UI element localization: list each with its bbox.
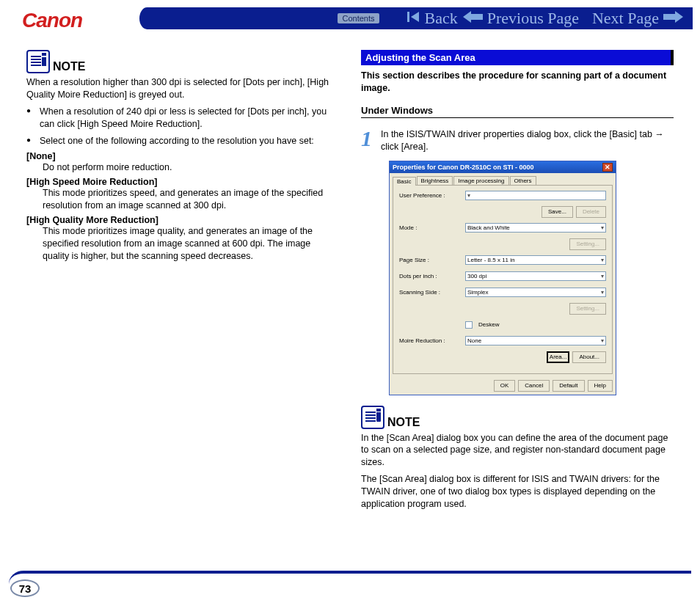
svg-marker-1: [411, 12, 419, 22]
page-number: 73: [10, 579, 40, 597]
combo-mode[interactable]: Black and White: [465, 223, 606, 233]
save-button[interactable]: Save...: [542, 206, 573, 218]
note-text: In the [Scan Area] dialog box you can de…: [361, 432, 674, 469]
back-start-icon[interactable]: [406, 9, 420, 28]
tab-basic[interactable]: Basic: [393, 177, 416, 186]
step-number: 1: [361, 128, 372, 148]
ok-button[interactable]: OK: [494, 380, 516, 392]
label-user-preference: User Preference :: [399, 192, 465, 199]
combo-dpi[interactable]: 300 dpi: [465, 271, 606, 281]
page-footer-rule: [9, 571, 691, 596]
svg-marker-2: [463, 11, 483, 23]
help-button[interactable]: Help: [588, 380, 613, 392]
step-text: In the ISIS/TWAIN driver properties dial…: [381, 128, 674, 153]
contents-button[interactable]: Contents: [338, 13, 379, 23]
previous-page-link[interactable]: Previous Page: [487, 9, 579, 28]
nav-bar: Contents Back Previous Page Next Page: [139, 7, 693, 29]
option-term: [High Quality More Reduction]: [26, 215, 339, 225]
note-icon: [26, 50, 50, 73]
next-page-link[interactable]: Next Page: [592, 9, 659, 28]
option-term: [High Speed Moire Reduction]: [26, 177, 339, 187]
subheading: Under Windows: [361, 105, 674, 118]
bullet-item: When a resolution of 240 dpi or less is …: [40, 106, 339, 131]
default-button[interactable]: Default: [553, 380, 584, 392]
section-heading: Adjusting the Scan Area: [361, 50, 674, 65]
svg-rect-0: [407, 12, 409, 22]
note-text: The [Scan Area] dialog box is different …: [361, 473, 674, 511]
right-column: Adjusting the Scan Area This section des…: [361, 50, 674, 515]
cancel-button[interactable]: Cancel: [518, 380, 550, 392]
note-heading: NOTE: [53, 60, 85, 73]
about-button[interactable]: About...: [572, 351, 606, 363]
tab-others[interactable]: Others: [510, 176, 536, 185]
note-heading: NOTE: [387, 416, 420, 429]
section-desc: This section describes the procedure for…: [361, 70, 674, 95]
deskew-label: Deskew: [478, 321, 499, 328]
area-button[interactable]: Area...: [547, 351, 570, 363]
setting-button[interactable]: Setting...: [569, 303, 606, 315]
delete-button[interactable]: Delete: [576, 206, 606, 218]
header: Canon Contents Back Previous Page Next P…: [0, 0, 700, 35]
tab-image-processing[interactable]: Image processing: [453, 176, 508, 185]
option-desc: This mode prioritizes image quality, and…: [26, 225, 339, 263]
dialog-title: Properties for Canon DR-2510C on STI - 0…: [393, 164, 534, 171]
combo-page-size[interactable]: Letter - 8.5 x 11 in: [465, 255, 606, 265]
label-page-size: Page Size :: [399, 257, 465, 263]
note-intro-text: When a resolution higher than 300 dpi is…: [26, 76, 339, 101]
bullet-item: Select one of the following according to…: [40, 135, 339, 147]
back-link[interactable]: Back: [425, 9, 458, 28]
prev-arrow-icon[interactable]: [462, 9, 483, 28]
left-column: NOTE When a resolution higher than 300 d…: [26, 50, 339, 515]
label-scanning-side: Scanning Side :: [399, 289, 465, 296]
page-body: NOTE When a resolution higher than 300 d…: [0, 35, 700, 515]
combo-scanning-side[interactable]: Simplex: [465, 288, 606, 297]
note-icon: [361, 406, 384, 429]
deskew-checkbox[interactable]: [465, 321, 473, 329]
svg-marker-3: [663, 11, 683, 23]
option-desc: This mode prioritizes speed, and generat…: [26, 187, 339, 212]
label-dpi: Dots per inch :: [399, 273, 465, 279]
option-term: [None]: [26, 151, 339, 161]
setting-button[interactable]: Setting...: [569, 238, 606, 250]
properties-dialog: Properties for Canon DR-2510C on STI - 0…: [389, 161, 616, 395]
close-icon[interactable]: ✕: [602, 163, 613, 172]
brand-logo: Canon: [22, 9, 82, 32]
tab-brightness[interactable]: Brightness: [417, 176, 453, 185]
label-mode: Mode :: [399, 224, 465, 231]
combo-user-preference[interactable]: [465, 191, 606, 200]
next-arrow-icon[interactable]: [663, 9, 684, 28]
label-moire: Moire Reduction :: [399, 337, 465, 344]
combo-moire[interactable]: None: [465, 336, 606, 345]
option-desc: Do not perform moire reduction.: [26, 161, 339, 174]
